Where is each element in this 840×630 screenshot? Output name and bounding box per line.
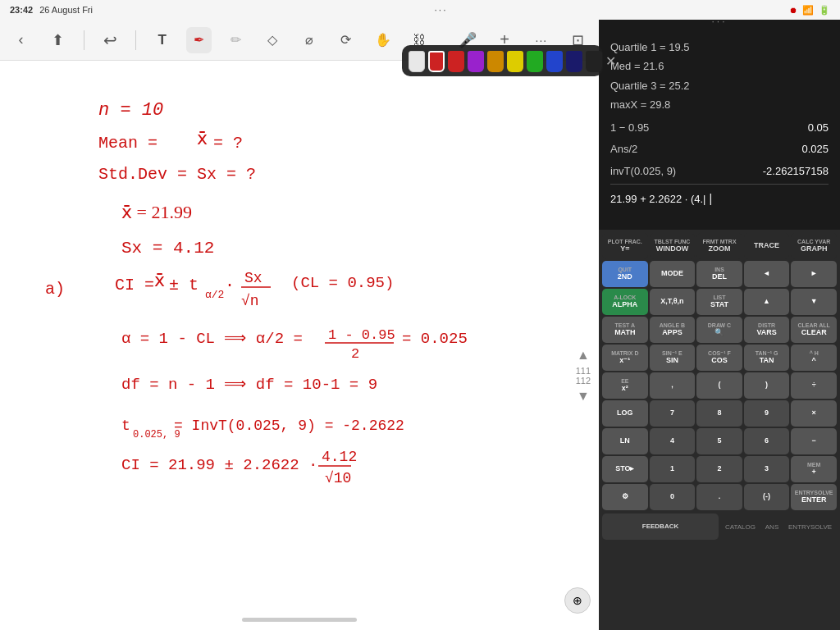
ans-label: ANS [765, 523, 778, 531]
note-ci-dot: · [225, 276, 235, 294]
calc-btn-stat[interactable]: LIST STAT [696, 289, 742, 315]
calc-btn-1[interactable]: 1 [650, 456, 696, 482]
calc-btn-rparen[interactable]: ) [744, 372, 790, 399]
color-swatch-blue[interactable] [546, 49, 563, 72]
calc-btn-xt[interactable]: X,T,θ,n [650, 289, 696, 315]
scroll-down-button[interactable]: ▼ [577, 389, 590, 404]
calc-btn-trace[interactable]: TRACE [744, 233, 790, 259]
color-swatch-white[interactable] [409, 49, 425, 72]
shape-tool-button[interactable]: ⌀ [297, 27, 322, 53]
scroll-up-button[interactable]: ▲ [577, 348, 590, 363]
calc-btn-plus[interactable]: MEM + [791, 456, 837, 482]
display-expr3: invT(0.025, 9) [610, 162, 676, 180]
highlighter-button[interactable]: ◇ [260, 27, 285, 53]
calc-btn-clear[interactable]: CLEAR ALL CLEAR [791, 317, 837, 343]
color-picker-bar: ✕ [402, 45, 603, 76]
undo-button[interactable]: ↩ [98, 27, 123, 53]
display-quartile3: Quartile 3 = 25.2 [610, 76, 829, 95]
back-button[interactable]: ‹ [8, 27, 34, 53]
calc-btn-2[interactable]: 2 [696, 456, 742, 482]
calc-btn-2nd[interactable]: QUIT 2ND [602, 261, 648, 287]
calc-btn-3[interactable]: 3 [744, 456, 790, 482]
calc-btn-lparen[interactable]: ( [696, 372, 742, 399]
calc-btn-multiply[interactable]: × [791, 400, 837, 427]
lasso-button[interactable]: ⟳ [333, 27, 358, 53]
calc-row-6: EE x² , ( ) ÷ [602, 372, 837, 399]
calc-btn-log[interactable]: LOG [602, 400, 648, 427]
color-swatch-darkblue[interactable] [566, 49, 582, 72]
color-swatch-orange[interactable] [487, 49, 504, 72]
note-xbar-val: x̄ = 21.99 [121, 202, 192, 222]
calc-btn-right[interactable]: ► [791, 261, 837, 287]
calc-btn-4[interactable]: 4 [650, 428, 696, 454]
calc-display: ··· Quartile 1 = 19.5 Med = 21.6 Quartil… [599, 0, 840, 230]
calc-btn-left[interactable]: ◄ [744, 261, 790, 287]
note-fraction-den: 2 [351, 346, 359, 362]
pencil-tool-button[interactable]: ✏ [223, 27, 249, 53]
calc-btn-mode[interactable]: MODE [650, 261, 696, 287]
calc-btn-8[interactable]: 8 [696, 400, 742, 427]
text-tool-button[interactable]: T [149, 27, 175, 53]
calc-btn-6[interactable]: 6 [744, 428, 790, 454]
calc-btn-9[interactable]: 9 [744, 400, 790, 427]
color-swatch-red2[interactable] [448, 49, 464, 72]
pen-tool-button[interactable]: ✒ [186, 27, 212, 53]
calc-btn-window[interactable]: TBLST FUNC WINDOW [650, 233, 696, 259]
display-maxx: maxX = 29.8 [610, 95, 829, 114]
calc-btn-divide[interactable]: ÷ [791, 372, 837, 399]
calc-btn-vars[interactable]: DISTR VARS [744, 317, 790, 343]
calc-btn-0[interactable]: 0 [650, 484, 696, 510]
calc-btn-x2[interactable]: EE x² [602, 372, 648, 399]
page-numbers: 111 112 [576, 366, 591, 386]
calc-btn-graph[interactable]: CALC YVAR GRAPH [791, 233, 837, 259]
color-swatch-yellow[interactable] [507, 49, 523, 72]
share-button[interactable]: ⬆ [45, 27, 71, 53]
display-med: Med = 21.6 [610, 57, 829, 75]
menu-dots: ··· [434, 4, 447, 16]
calc-btn-zoom[interactable]: FRMT MTRX ZOOM [696, 233, 742, 259]
calc-btn-alpha[interactable]: A-LOCK ALPHA [602, 289, 648, 315]
calc-btn-power[interactable]: ^ H ^ [791, 345, 837, 371]
calc-btn-del[interactable]: INS DEL [696, 261, 742, 287]
calc-btn-comma[interactable]: , [650, 372, 696, 399]
note-sx-numerator: Sx [244, 270, 262, 286]
note-df: df = n - 1 ⟹ df = 10-1 = 9 [121, 376, 377, 394]
color-swatch-red1[interactable] [428, 49, 445, 72]
calc-btn-enter[interactable]: ENTRYSOLVE ENTER [791, 484, 837, 510]
color-swatch-green[interactable] [527, 49, 543, 72]
color-swatch-purple[interactable] [468, 49, 484, 72]
calc-btn-tan[interactable]: TAN⁻¹ G TAN [744, 345, 790, 371]
whiteboard[interactable]: n = 10 Mean = x̄ = ? Std.Dev = Sx = ? x̄… [0, 20, 599, 630]
calc-btn-xinv[interactable]: MATRIX D x⁻¹ [602, 345, 648, 371]
color-swatch-black[interactable] [586, 49, 602, 72]
calc-row-10: ⚙ 0 . (-) ENTRYSOLVE ENTER [602, 484, 837, 510]
calc-btn-sto[interactable]: STO▸ [602, 456, 648, 482]
calc-btn-negate[interactable]: (-) [744, 484, 790, 510]
note-stddev: Std.Dev = Sx = ? [98, 165, 256, 184]
zoom-button[interactable]: ⊕ [564, 587, 591, 614]
calc-btn-down[interactable]: ▼ [791, 289, 837, 315]
bottom-line [242, 618, 357, 622]
lasso-icon: ⟳ [340, 32, 351, 48]
calc-btn-math[interactable]: TEST A MATH [602, 317, 648, 343]
calc-btn-up[interactable]: ▲ [744, 289, 790, 315]
calc-btn-decimal[interactable]: . [696, 484, 742, 510]
calc-btn-7[interactable]: 7 [650, 400, 696, 427]
calc-btn-search[interactable]: DRAW C 🔍 [696, 317, 742, 343]
calc-btn-cos[interactable]: COS⁻¹ F COS [696, 345, 742, 371]
note-xbar1: x̄ [197, 128, 208, 148]
calc-btn-settings[interactable]: ⚙ [602, 484, 648, 510]
record-icon: ⏺ [789, 6, 797, 15]
calc-btn-ln[interactable]: LN [602, 428, 648, 454]
hand-tool-button[interactable]: ✋ [370, 27, 395, 53]
color-bar-close-button[interactable]: ✕ [605, 53, 616, 69]
calc-btn-sin[interactable]: SIN⁻¹ E SIN [650, 345, 696, 371]
calc-btn-minus[interactable]: − [791, 428, 837, 454]
note-ci-formula: CI = [115, 276, 154, 294]
calc-btn-feedback[interactable]: FEEDBACK [602, 514, 719, 540]
note-ci-pm: ± t [169, 276, 199, 294]
calc-btn-y[interactable]: PLOT FRAC. Y= [602, 233, 648, 259]
calc-bottom-labels: FEEDBACK CATALOG ANS ENTRYSOLVE [602, 514, 837, 540]
calc-btn-apps[interactable]: ANGLE B APPS [650, 317, 696, 343]
calc-btn-5[interactable]: 5 [696, 428, 742, 454]
